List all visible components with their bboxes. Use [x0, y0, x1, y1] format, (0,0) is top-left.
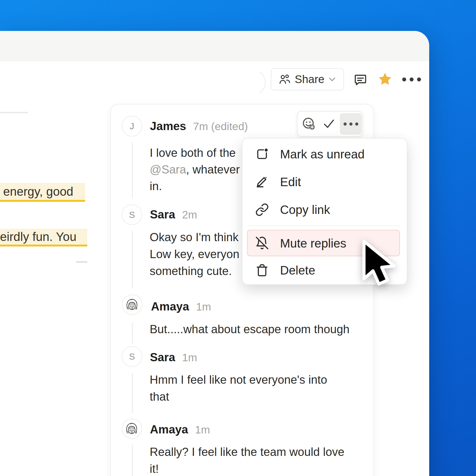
comment-body-james: I love both of the @Sara, whatever in. — [150, 144, 240, 194]
comment-bubble-icon — [354, 73, 367, 87]
menu-item-copy-link[interactable]: Copy link — [242, 196, 407, 223]
comment-author: Sara — [150, 208, 175, 221]
add-reaction-button[interactable] — [301, 116, 316, 131]
resolve-check-icon — [322, 118, 336, 130]
chevron-down-icon — [328, 77, 336, 82]
comment-timestamp: 1m — [195, 424, 210, 436]
page-more-button[interactable] — [402, 77, 421, 81]
thread-line — [132, 445, 133, 476]
avatar-sara: S — [122, 346, 142, 367]
comment-header-sara1: Sara 2m — [150, 208, 197, 221]
resolve-comment-button[interactable] — [322, 117, 336, 130]
bell-off-icon — [255, 236, 269, 250]
thread-line — [132, 142, 133, 198]
comments-toggle-button[interactable] — [354, 73, 367, 87]
amaya-portrait-icon — [122, 294, 143, 315]
trash-icon — [255, 263, 269, 277]
star-icon — [378, 72, 392, 86]
comment-author: Sara — [150, 351, 175, 364]
highlight-underline-2 — [0, 245, 87, 246]
highlighted-text-2: eirdly fun. You — [0, 229, 87, 245]
avatar-sara: S — [122, 204, 142, 225]
comment-timestamp: 1m — [182, 351, 197, 364]
favorite-button[interactable] — [378, 71, 392, 87]
comment-body-amaya2: Really? I feel like the team would love … — [150, 443, 344, 476]
mention-sara[interactable]: @Sara — [150, 163, 186, 176]
avatar-james: J — [122, 116, 142, 136]
comment-header-amaya1: Amaya 1m — [151, 300, 211, 313]
doc-divider-line — [0, 112, 28, 113]
comment-body-sara2: Hmm I feel like not everyone's into that — [150, 371, 327, 405]
add-reaction-icon — [302, 117, 316, 131]
menu-item-mark-as-unread[interactable]: Mark as unread — [242, 140, 407, 168]
comment-author: Amaya — [150, 423, 188, 436]
mouse-cursor — [360, 239, 402, 294]
doc-dash-fragment — [76, 261, 87, 263]
comment-timestamp: 7m (edited) — [193, 120, 248, 133]
more-dots-icon — [344, 122, 347, 126]
highlight-underline-1 — [0, 200, 85, 202]
comment-timestamp: 2m — [182, 209, 197, 221]
comment-header-amaya2: Amaya 1m — [150, 423, 210, 436]
share-button[interactable]: Share — [271, 68, 344, 90]
thread-line — [132, 231, 133, 288]
comment-body-amaya1: But.....what about escape room though — [150, 321, 350, 338]
cursor-arrow-icon — [360, 239, 402, 294]
avatar-amaya — [122, 418, 142, 439]
comment-author: Amaya — [151, 300, 189, 313]
comment-more-button[interactable] — [340, 113, 362, 135]
thread-line — [132, 373, 133, 413]
menu-item-edit[interactable]: Edit — [242, 168, 407, 196]
marketing-canvas: Share energy, good eirdly fun. You — [0, 0, 476, 476]
menu-divider — [249, 226, 400, 226]
amaya-portrait-icon — [122, 418, 142, 439]
link-icon — [255, 203, 269, 217]
highlighted-text-1: energy, good — [0, 183, 85, 200]
window-header — [0, 31, 429, 61]
thread-line — [132, 322, 133, 344]
people-icon — [279, 74, 291, 85]
comment-body-sara1: Okay so I'm think Low key, everyon somet… — [150, 229, 239, 280]
comment-timestamp: 1m — [196, 301, 211, 313]
avatar-crop-mask — [227, 66, 260, 98]
share-button-label: Share — [295, 73, 324, 86]
mark-as-unread-icon — [255, 147, 269, 161]
edit-pencil-icon — [255, 175, 269, 189]
comment-header-sara2: Sara 1m — [150, 351, 197, 364]
comment-author: James — [150, 120, 186, 133]
avatar-amaya — [122, 294, 143, 315]
more-dots-icon — [402, 77, 406, 81]
comment-header-james: James 7m (edited) — [150, 120, 248, 133]
